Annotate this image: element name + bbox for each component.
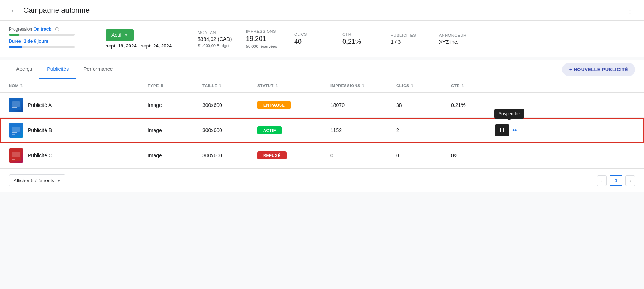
table-row: Publicité A Image 300x600 EN PAUSE 18070… xyxy=(0,93,644,118)
status-section: Actif ▼ sept. 19, 2024 - sept. 24, 2024 xyxy=(106,29,186,49)
ad-ctr-c: 0% xyxy=(451,153,495,158)
ad-taille-a: 300x600 xyxy=(202,102,257,108)
show-elements-select[interactable]: Afficher 5 éléments ▼ xyxy=(9,174,65,186)
col-type: TYPE ⇅ xyxy=(148,84,202,88)
svg-rect-3 xyxy=(12,109,15,109)
duree-label: Durée: 1 de 6 jours xyxy=(9,39,82,44)
progress-fill-blue xyxy=(9,46,22,48)
tabs: Aperçu Publicités Performance xyxy=(9,60,120,79)
ad-clics-a: 38 xyxy=(396,102,451,108)
ad-clics-b: 2 xyxy=(396,127,451,133)
table-header: NOM ⇅ TYPE ⇅ TAILLE ⇅ STATUT ⇅ IMPRESSIO… xyxy=(0,79,644,93)
tab-apercu[interactable]: Aperçu xyxy=(9,60,39,79)
svg-rect-9 xyxy=(503,128,504,132)
new-pub-button[interactable]: + NOUVELLE PUBLICITÉ xyxy=(562,63,635,76)
progress-fill-green xyxy=(9,34,19,36)
ads-table: NOM ⇅ TYPE ⇅ TAILLE ⇅ STATUT ⇅ IMPRESSIO… xyxy=(0,79,644,168)
progress-bar-green xyxy=(9,34,75,36)
col-nom: NOM ⇅ xyxy=(9,84,148,88)
pause-button-b[interactable] xyxy=(495,124,509,136)
sort-icon-impressions: ⇅ xyxy=(362,84,365,88)
header-bar: ← Campagne automne ⋮ xyxy=(0,0,644,21)
page-title: Campagne automne xyxy=(23,6,90,15)
stat-impressions: Impressions 19.201 50.000 réservées xyxy=(246,29,283,49)
col-actions xyxy=(495,84,524,88)
ad-name-cell-a: Publicité A xyxy=(9,98,148,112)
progression-label: Progression On track! ⓘ xyxy=(9,27,82,32)
progression-section: Progression On track! ⓘ Durée: 1 de 6 jo… xyxy=(9,27,82,51)
ad-taille-b: 300x600 xyxy=(202,127,257,133)
svg-rect-5 xyxy=(12,127,20,132)
pagination-bar: Afficher 5 éléments ▼ ‹ 1 › xyxy=(0,168,644,192)
col-impressions: IMPRESSIONS ⇅ xyxy=(330,84,396,88)
ad-type-c: Image xyxy=(148,153,202,158)
sort-icon-nom: ⇅ xyxy=(20,84,23,88)
on-track-label: On track! xyxy=(33,27,53,32)
sort-icon-ctr: ⇅ xyxy=(461,84,465,88)
col-taille: TAILLE ⇅ xyxy=(202,84,257,88)
stat-montant: Montant $384,02 (CAD) $1.000,00 Budget xyxy=(198,30,234,48)
col-statut: STATUT ⇅ xyxy=(257,84,330,88)
header-left: ← Campagne automne xyxy=(9,5,90,16)
svg-rect-12 xyxy=(12,158,17,158)
back-button[interactable]: ← xyxy=(9,5,19,16)
stat-publicites: Publicités 1 / 3 xyxy=(391,33,427,45)
tab-performance[interactable]: Performance xyxy=(76,60,120,79)
current-page: 1 xyxy=(610,175,622,186)
ad-impressions-a: 18070 xyxy=(330,102,396,108)
tab-publicites[interactable]: Publicités xyxy=(39,60,76,79)
sort-icon-clics: ⇅ xyxy=(411,84,414,88)
stat-ctr: CTR 0,21% xyxy=(342,32,379,46)
stat-annonceur: Annonceur XYZ inc. xyxy=(439,33,476,45)
stat-clics: Clics 40 xyxy=(294,32,331,46)
sort-icon-type: ⇅ xyxy=(160,84,164,88)
ad-clics-c: 0 xyxy=(396,153,451,158)
ad-name-cell-b: Publicité B xyxy=(9,123,148,138)
col-clics: CLICS ⇅ xyxy=(396,84,451,88)
ad-statut-b: ACTIF xyxy=(257,126,330,134)
progress-bar-blue xyxy=(9,46,75,48)
page-nav: ‹ 1 › xyxy=(597,175,635,186)
sort-icon-taille: ⇅ xyxy=(219,84,222,88)
tabs-bar: Aperçu Publicités Performance + NOUVELLE… xyxy=(0,60,644,79)
svg-rect-6 xyxy=(12,132,17,133)
chevron-down-icon: ▼ xyxy=(57,178,61,182)
table-row: Publicité C Image 300x600 REFUSÉ 0 0 0% xyxy=(0,143,644,168)
ad-name-b: Publicité B xyxy=(28,127,52,133)
status-actif-button[interactable]: Actif ▼ xyxy=(106,29,134,41)
info-icon: ⓘ xyxy=(55,27,59,31)
ad-thumbnail-a xyxy=(9,98,23,112)
svg-rect-11 xyxy=(12,152,20,157)
svg-rect-13 xyxy=(12,159,15,160)
svg-rect-8 xyxy=(500,128,501,132)
svg-rect-1 xyxy=(12,101,20,107)
more-options-button[interactable]: ⋮ xyxy=(625,4,635,16)
col-ctr: CTR ⇅ xyxy=(451,84,495,88)
more-options-b[interactable]: •• xyxy=(512,127,517,134)
status-badge-b: ACTIF xyxy=(257,126,282,134)
next-page-button[interactable]: › xyxy=(625,175,635,186)
ad-actions-b: Suspendre •• xyxy=(495,124,524,136)
svg-rect-2 xyxy=(12,107,17,108)
ad-impressions-b: 1152 xyxy=(330,127,396,133)
ad-name-a: Publicité A xyxy=(28,102,52,108)
ad-impressions-c: 0 xyxy=(330,153,396,158)
ad-statut-c: REFUSÉ xyxy=(257,151,330,159)
ad-statut-a: EN PAUSE xyxy=(257,101,330,109)
sort-icon-statut: ⇅ xyxy=(275,84,279,88)
chevron-down-icon: ▼ xyxy=(124,33,128,37)
ad-thumbnail-b xyxy=(9,123,23,138)
status-badge-c: REFUSÉ xyxy=(257,151,287,159)
date-range: sept. 19, 2024 - sept. 24, 2024 xyxy=(106,43,186,49)
table-row-highlighted: Publicité B Image 300x600 ACTIF 1152 2 S… xyxy=(0,118,644,143)
ad-name-cell-c: Publicité C xyxy=(9,148,148,163)
ad-taille-c: 300x600 xyxy=(202,153,257,158)
divider xyxy=(94,28,94,50)
ad-type-b: Image xyxy=(148,127,202,133)
status-badge-a: EN PAUSE xyxy=(257,101,291,109)
ad-name-c: Publicité C xyxy=(28,153,52,158)
prev-page-button[interactable]: ‹ xyxy=(597,175,607,186)
duree-value: 1 de 6 jours xyxy=(24,39,48,44)
tooltip-suspendre: Suspendre xyxy=(494,109,524,119)
svg-rect-7 xyxy=(12,134,15,135)
